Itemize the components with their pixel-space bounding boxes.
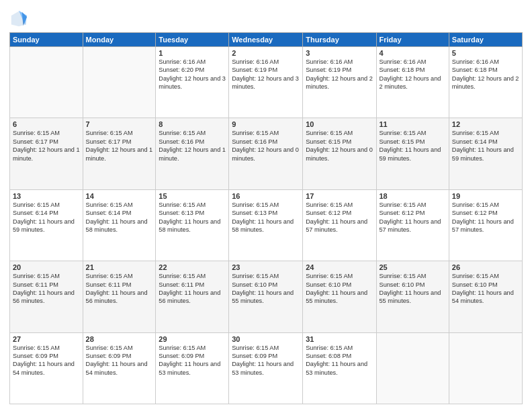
calendar-cell: 12Sunrise: 6:15 AM Sunset: 6:14 PM Dayli… [449,118,522,189]
day-number: 9 [232,120,300,128]
calendar-cell: 20Sunrise: 6:15 AM Sunset: 6:11 PM Dayli… [10,261,83,332]
week-row-4: 20Sunrise: 6:15 AM Sunset: 6:11 PM Dayli… [10,261,523,332]
day-number: 3 [306,49,373,57]
weekday-header-saturday: Saturday [449,33,522,47]
day-info: Sunrise: 6:15 AM Sunset: 6:09 PM Dayligh… [232,344,300,377]
calendar-cell: 8Sunrise: 6:15 AM Sunset: 6:16 PM Daylig… [156,118,229,189]
day-info: Sunrise: 6:15 AM Sunset: 6:16 PM Dayligh… [159,129,226,163]
day-info: Sunrise: 6:15 AM Sunset: 6:17 PM Dayligh… [13,129,80,163]
day-number: 26 [452,263,519,271]
weekday-header-sunday: Sunday [10,33,83,47]
calendar-cell: 25Sunrise: 6:15 AM Sunset: 6:10 PM Dayli… [376,261,449,332]
day-info: Sunrise: 6:15 AM Sunset: 6:09 PM Dayligh… [159,344,226,377]
day-number: 14 [86,192,153,200]
day-info: Sunrise: 6:15 AM Sunset: 6:15 PM Dayligh… [306,129,373,163]
logo [9,9,30,28]
calendar-cell: 5Sunrise: 6:16 AM Sunset: 6:18 PM Daylig… [449,47,522,118]
day-number: 22 [159,263,226,271]
day-number: 17 [306,192,373,200]
calendar-cell: 2Sunrise: 6:16 AM Sunset: 6:19 PM Daylig… [229,47,303,118]
calendar-cell: 21Sunrise: 6:15 AM Sunset: 6:11 PM Dayli… [83,261,156,332]
weekday-header-monday: Monday [83,33,156,47]
calendar-cell [10,47,83,118]
week-row-3: 13Sunrise: 6:15 AM Sunset: 6:14 PM Dayli… [10,189,523,261]
calendar-cell: 22Sunrise: 6:15 AM Sunset: 6:11 PM Dayli… [156,261,229,332]
week-row-1: 1Sunrise: 6:16 AM Sunset: 6:20 PM Daylig… [10,47,523,118]
day-info: Sunrise: 6:16 AM Sunset: 6:18 PM Dayligh… [452,58,519,91]
day-number: 4 [380,49,446,57]
day-info: Sunrise: 6:15 AM Sunset: 6:09 PM Dayligh… [86,344,153,377]
day-number: 23 [232,263,300,271]
weekday-header-row: SundayMondayTuesdayWednesdayThursdayFrid… [10,33,523,47]
day-number: 28 [86,335,153,343]
calendar-cell: 1Sunrise: 6:16 AM Sunset: 6:20 PM Daylig… [156,47,229,118]
day-info: Sunrise: 6:15 AM Sunset: 6:12 PM Dayligh… [306,201,373,234]
day-info: Sunrise: 6:16 AM Sunset: 6:19 PM Dayligh… [306,58,373,91]
calendar-cell: 29Sunrise: 6:15 AM Sunset: 6:09 PM Dayli… [156,332,229,404]
day-info: Sunrise: 6:15 AM Sunset: 6:14 PM Dayligh… [13,201,80,234]
calendar-cell: 19Sunrise: 6:15 AM Sunset: 6:12 PM Dayli… [449,189,522,261]
day-info: Sunrise: 6:15 AM Sunset: 6:10 PM Dayligh… [380,272,446,306]
calendar-cell: 16Sunrise: 6:15 AM Sunset: 6:13 PM Dayli… [229,189,303,261]
calendar-cell [449,332,522,404]
day-number: 8 [159,120,226,128]
calendar-cell: 6Sunrise: 6:15 AM Sunset: 6:17 PM Daylig… [10,118,83,189]
day-number: 5 [452,49,519,57]
day-number: 11 [380,120,446,128]
calendar-cell: 9Sunrise: 6:15 AM Sunset: 6:16 PM Daylig… [229,118,303,189]
day-info: Sunrise: 6:15 AM Sunset: 6:09 PM Dayligh… [13,344,80,377]
day-number: 20 [13,263,80,271]
calendar-cell: 27Sunrise: 6:15 AM Sunset: 6:09 PM Dayli… [10,332,83,404]
day-info: Sunrise: 6:15 AM Sunset: 6:11 PM Dayligh… [86,272,153,306]
page: SundayMondayTuesdayWednesdayThursdayFrid… [0,0,532,411]
day-info: Sunrise: 6:16 AM Sunset: 6:19 PM Dayligh… [232,58,300,91]
calendar-cell: 26Sunrise: 6:15 AM Sunset: 6:10 PM Dayli… [449,261,522,332]
day-number: 21 [86,263,153,271]
day-number: 30 [232,335,300,343]
day-number: 15 [159,192,226,200]
calendar-cell [83,47,156,118]
day-number: 6 [13,120,80,128]
day-info: Sunrise: 6:15 AM Sunset: 6:10 PM Dayligh… [306,272,373,306]
calendar-cell: 23Sunrise: 6:15 AM Sunset: 6:10 PM Dayli… [229,261,303,332]
day-info: Sunrise: 6:15 AM Sunset: 6:14 PM Dayligh… [452,129,519,163]
calendar-cell: 31Sunrise: 6:15 AM Sunset: 6:08 PM Dayli… [303,332,376,404]
day-info: Sunrise: 6:15 AM Sunset: 6:15 PM Dayligh… [380,129,446,163]
weekday-header-friday: Friday [376,33,449,47]
day-info: Sunrise: 6:15 AM Sunset: 6:12 PM Dayligh… [452,201,519,234]
day-info: Sunrise: 6:15 AM Sunset: 6:17 PM Dayligh… [86,129,153,163]
day-info: Sunrise: 6:15 AM Sunset: 6:11 PM Dayligh… [159,272,226,306]
week-row-5: 27Sunrise: 6:15 AM Sunset: 6:09 PM Dayli… [10,332,523,404]
calendar-cell: 4Sunrise: 6:16 AM Sunset: 6:18 PM Daylig… [376,47,449,118]
day-number: 16 [232,192,300,200]
day-number: 10 [306,120,373,128]
day-number: 2 [232,49,300,57]
day-number: 31 [306,335,373,343]
week-row-2: 6Sunrise: 6:15 AM Sunset: 6:17 PM Daylig… [10,118,523,189]
calendar-cell: 30Sunrise: 6:15 AM Sunset: 6:09 PM Dayli… [229,332,303,404]
day-info: Sunrise: 6:15 AM Sunset: 6:13 PM Dayligh… [159,201,226,234]
day-number: 24 [306,263,373,271]
day-number: 18 [380,192,446,200]
day-info: Sunrise: 6:16 AM Sunset: 6:20 PM Dayligh… [159,58,226,91]
day-info: Sunrise: 6:15 AM Sunset: 6:08 PM Dayligh… [306,344,373,377]
calendar-cell [376,332,449,404]
day-info: Sunrise: 6:16 AM Sunset: 6:18 PM Dayligh… [380,58,446,91]
calendar-cell: 28Sunrise: 6:15 AM Sunset: 6:09 PM Dayli… [83,332,156,404]
day-info: Sunrise: 6:15 AM Sunset: 6:10 PM Dayligh… [452,272,519,306]
day-number: 12 [452,120,519,128]
day-number: 19 [452,192,519,200]
calendar-cell: 18Sunrise: 6:15 AM Sunset: 6:12 PM Dayli… [376,189,449,261]
day-number: 27 [13,335,80,343]
calendar-cell: 3Sunrise: 6:16 AM Sunset: 6:19 PM Daylig… [303,47,376,118]
calendar-cell: 10Sunrise: 6:15 AM Sunset: 6:15 PM Dayli… [303,118,376,189]
day-number: 13 [13,192,80,200]
calendar-cell: 7Sunrise: 6:15 AM Sunset: 6:17 PM Daylig… [83,118,156,189]
day-info: Sunrise: 6:15 AM Sunset: 6:11 PM Dayligh… [13,272,80,306]
calendar-cell: 13Sunrise: 6:15 AM Sunset: 6:14 PM Dayli… [10,189,83,261]
calendar-cell: 17Sunrise: 6:15 AM Sunset: 6:12 PM Dayli… [303,189,376,261]
weekday-header-tuesday: Tuesday [156,33,229,47]
header [9,7,523,28]
calendar-cell: 11Sunrise: 6:15 AM Sunset: 6:15 PM Dayli… [376,118,449,189]
day-info: Sunrise: 6:15 AM Sunset: 6:14 PM Dayligh… [86,201,153,234]
